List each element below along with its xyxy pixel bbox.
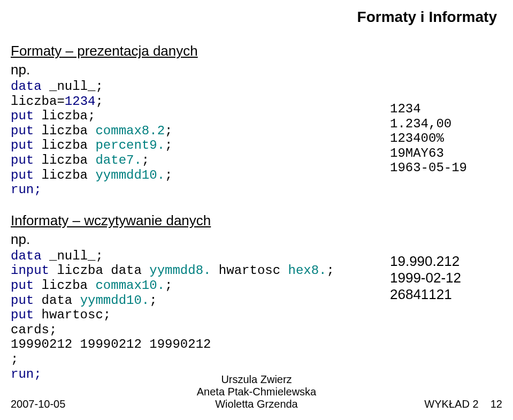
code-number: 1234: [65, 94, 96, 109]
code-format: date7.: [95, 153, 141, 167]
code-text: liczba=: [11, 94, 65, 109]
code-format: hex8.: [288, 263, 327, 278]
footer-lecture: WYKŁAD 2 12: [411, 398, 502, 410]
code-text: _null_: [49, 249, 95, 263]
code-text: ;: [142, 153, 149, 167]
code-keyword: put: [11, 109, 42, 123]
code-format: yymmdd10.: [95, 168, 165, 182]
code-text: ;: [149, 293, 157, 308]
author-line: Urszula Zwierz: [102, 373, 411, 386]
section1-np: np.: [11, 62, 385, 78]
code-keyword: put: [11, 293, 42, 308]
output-column: 1234 1.234,00 123400% 19MAY63 1963-05-19…: [385, 43, 502, 381]
output-block-1: 1234 1.234,00 123400% 19MAY63 1963-05-19: [390, 102, 502, 175]
code-format: percent9.: [95, 138, 165, 152]
code-text: liczba: [42, 124, 96, 138]
code-format: yymmdd8.: [149, 263, 211, 278]
code-keyword: put: [11, 153, 42, 167]
code-format: yymmdd10.: [80, 293, 150, 308]
code-text: liczba;: [42, 109, 96, 123]
code-text: liczba data: [57, 263, 149, 278]
code-text: data: [42, 293, 80, 308]
code-keyword: data: [11, 249, 49, 263]
code-text: ;: [327, 263, 334, 278]
author-line: Aneta Ptak-Chmielewska: [102, 386, 411, 398]
code-text: ;: [11, 352, 18, 366]
output-line: 1999-02-12: [390, 270, 502, 286]
code-column: Formaty – prezentacja danych np. data _n…: [11, 43, 385, 381]
code-format: commax10.: [95, 278, 165, 293]
code-text: _null_: [49, 79, 95, 94]
output-line: 1.234,00: [390, 117, 451, 131]
code-keyword: put: [11, 308, 42, 322]
author-line: Wioletta Grzenda: [102, 398, 411, 410]
code-keyword: put: [11, 278, 42, 293]
output-line: 19MAY63: [390, 146, 444, 161]
code-text: ;: [165, 124, 172, 138]
output-line: 1963-05-19: [390, 161, 467, 175]
footer-authors: Urszula Zwierz Aneta Ptak-Chmielewska Wi…: [102, 373, 411, 410]
output-line: 123400%: [390, 131, 444, 146]
code-text: ;: [95, 94, 103, 109]
lecture-label: WYKŁAD 2: [424, 398, 478, 410]
code-keyword: input: [11, 263, 57, 278]
code-text: liczba: [42, 153, 96, 167]
code-text: hwartosc;: [42, 308, 111, 322]
code-text: ;: [95, 79, 103, 94]
output-line: 1234: [390, 102, 421, 116]
page-number: 12: [491, 398, 502, 410]
section1-header: Formaty – prezentacja danych: [11, 43, 385, 59]
code-text: ;: [95, 249, 103, 263]
code-text: 19990212 19990212 19990212: [11, 337, 211, 352]
section2: Informaty – wczytywanie danych np. data …: [11, 212, 385, 381]
code-text: ;: [165, 138, 172, 152]
code-keyword: data: [11, 79, 49, 94]
code-text: ;: [165, 278, 172, 293]
code-text: liczba: [42, 278, 96, 293]
output-block-2: 19.990.212 1999-02-12 26841121: [390, 253, 502, 303]
page-title: Formaty i Informaty: [357, 9, 497, 26]
code-text: hwartosc: [211, 263, 288, 278]
code-text: liczba: [42, 138, 96, 152]
code-text: cards;: [11, 323, 57, 337]
code-text: ;: [165, 168, 172, 182]
section1: Formaty – prezentacja danych np. data _n…: [11, 43, 385, 197]
code-keyword: put: [11, 138, 42, 152]
content-area: Formaty – prezentacja danych np. data _n…: [11, 43, 502, 381]
code-format: commax8.2: [95, 124, 165, 138]
code-block-2: data _null_; input liczba data yymmdd8. …: [11, 249, 385, 381]
code-text: liczba: [42, 168, 96, 182]
code-block-1: data _null_; liczba=1234; put liczba; pu…: [11, 79, 385, 197]
output-line: 19.990.212: [390, 253, 502, 270]
footer: 2007-10-05 Urszula Zwierz Aneta Ptak-Chm…: [11, 373, 502, 410]
footer-date: 2007-10-05: [11, 398, 102, 410]
code-keyword: put: [11, 124, 42, 138]
code-keyword: put: [11, 168, 42, 182]
section2-np: np.: [11, 231, 385, 248]
section2-header: Informaty – wczytywanie danych: [11, 212, 385, 229]
output-line: 26841121: [390, 286, 502, 303]
code-keyword: run;: [11, 182, 42, 197]
